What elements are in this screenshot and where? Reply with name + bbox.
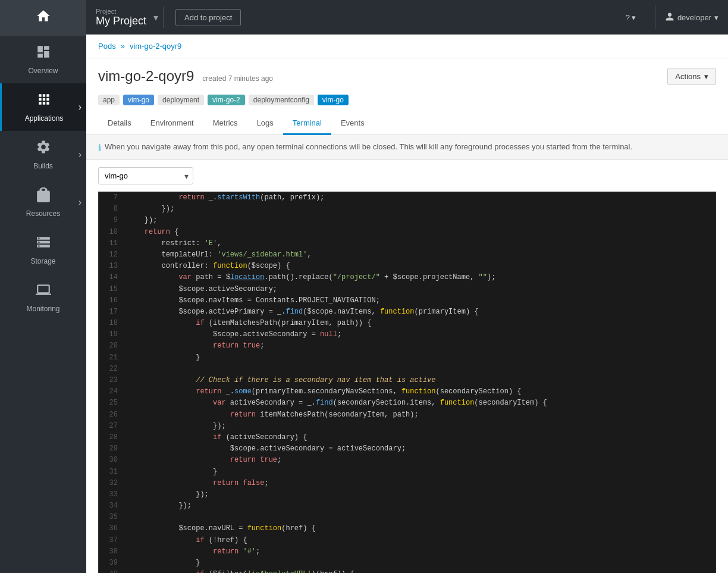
sidebar-item-applications[interactable]: Applications (0, 83, 86, 131)
pod-tags: app vim-go deployment vim-go-2 deploymen… (86, 90, 728, 112)
terminal-line: 16 $scope.navItems = Constants.PROJECT_N… (99, 295, 716, 306)
overview-icon (36, 44, 51, 63)
topnav: Project My Project ▾ Add to project ? ▾ … (86, 0, 728, 35)
user-dropdown-arrow: ▾ (714, 13, 718, 22)
terminal-line: 31 } (99, 466, 716, 478)
sidebar-item-home[interactable] (0, 0, 86, 36)
builds-icon (36, 139, 51, 158)
actions-button[interactable]: Actions ▾ (667, 68, 716, 85)
breadcrumb: Pods » vim-go-2-qoyr9 (86, 35, 728, 58)
topnav-help[interactable]: ? ▾ (626, 13, 636, 22)
help-arrow: ▾ (632, 13, 636, 22)
terminal-line: 18 if (itemMatchesPath(primaryItem, path… (99, 318, 716, 329)
tag-vim-go-3: vim-go (318, 95, 349, 105)
tab-details[interactable]: Details (98, 112, 141, 135)
tab-environment[interactable]: Environment (141, 112, 203, 135)
pod-title: vim-go-2-qoyr9 (98, 68, 194, 84)
breadcrumb-separator: » (121, 42, 125, 51)
tab-logs[interactable]: Logs (247, 112, 283, 135)
terminal[interactable]: 7 return _.startsWith(path, prefix); 8 }… (99, 192, 716, 573)
terminal-line: 8 }); (99, 203, 716, 215)
home-icon (36, 8, 51, 27)
terminal-line: 13 controller: function($scope) { (99, 261, 716, 272)
project-dropdown-button[interactable]: ▾ (151, 10, 161, 26)
info-icon: ℹ (98, 143, 101, 152)
terminal-line: 37 if (!href) { (99, 535, 716, 546)
pod-title-group: vim-go-2-qoyr9 created 7 minutes ago (98, 68, 273, 84)
terminal-line: 22 (99, 364, 716, 375)
content-area: Pods » vim-go-2-qoyr9 vim-go-2-qoyr9 cre… (86, 35, 728, 573)
applications-icon (36, 92, 52, 111)
sidebar-item-label: Monitoring (26, 305, 59, 313)
sidebar-item-label: Builds (33, 162, 53, 170)
tag-deploymentconfig: deploymentconfig (249, 95, 314, 105)
terminal-line: 30 return true; (99, 455, 716, 466)
actions-arrow-icon: ▾ (704, 72, 708, 81)
sidebar-item-label: Resources (26, 209, 60, 218)
tag-vim-go-2: vim-go-2 (208, 95, 245, 105)
terminal-line: 12 templateUrl: 'views/_sidebar.html', (99, 249, 716, 261)
tab-metrics[interactable]: Metrics (203, 112, 247, 135)
terminal-line: 7 return _.startsWith(path, prefix); (99, 192, 716, 203)
info-message: When you navigate away from this pod, an… (105, 142, 632, 151)
topnav-user[interactable]: developer ▾ (665, 12, 718, 23)
sidebar-item-monitoring[interactable]: Monitoring (0, 274, 86, 321)
tag-deployment: deployment (158, 95, 204, 105)
info-bar: ℹ When you navigate away from this pod, … (86, 135, 728, 160)
sidebar-item-overview[interactable]: Overview (0, 36, 86, 83)
actions-label: Actions (675, 72, 701, 81)
terminal-line: 14 var path = $location.path().replace("… (99, 272, 716, 283)
terminal-line: 36 $scope.navURL = function(href) { (99, 523, 716, 534)
pod-header: vim-go-2-qoyr9 created 7 minutes ago Act… (86, 58, 728, 90)
terminal-line: 24 return _.some(primaryItem.secondaryNa… (99, 386, 716, 397)
monitoring-icon (36, 282, 51, 301)
tab-events[interactable]: Events (331, 112, 374, 135)
topnav-project-name: My Project (96, 15, 146, 27)
terminal-line: 20 return true; (99, 340, 716, 352)
breadcrumb-current: vim-go-2-qoyr9 (130, 42, 181, 51)
sidebar-item-resources[interactable]: Resources (0, 179, 86, 226)
sidebar-item-label: Storage (30, 257, 55, 265)
terminal-line: 34 }); (99, 500, 716, 512)
terminal-line: 21 } (99, 352, 716, 364)
sidebar-item-builds[interactable]: Builds (0, 131, 86, 179)
terminal-line: 17 $scope.activePrimary = _.find($scope.… (99, 306, 716, 318)
topnav-divider (163, 7, 164, 28)
sidebar-item-storage[interactable]: Storage (0, 226, 86, 274)
sidebar-item-label: Applications (25, 114, 64, 123)
container-select-wrapper: vim-go (98, 167, 193, 184)
terminal-line: 32 return false; (99, 478, 716, 489)
tag-vim-go-1: vim-go (123, 95, 154, 105)
topnav-user-divider (655, 5, 655, 29)
tabs: Details Environment Metrics Logs Termina… (86, 112, 728, 135)
sidebar-item-label: Overview (28, 67, 58, 75)
terminal-line: 29 $scope.activeSecondary = activeSecond… (99, 443, 716, 455)
container-dropdown[interactable]: vim-go (98, 167, 193, 184)
main-wrapper: Project My Project ▾ Add to project ? ▾ … (86, 0, 728, 573)
container-selector: vim-go (86, 160, 728, 192)
terminal-line: 19 $scope.activeSecondary = null; (99, 329, 716, 340)
terminal-line: 26 return itemMatchesPath(secondaryItem,… (99, 409, 716, 421)
terminal-line: 15 $scope.activeSecondary; (99, 284, 716, 295)
topnav-project-label: Project (96, 8, 146, 15)
terminal-line: 27 }); (99, 421, 716, 432)
topnav-user-label: developer (677, 13, 711, 22)
add-to-project-button[interactable]: Add to project (175, 9, 241, 26)
terminal-line: 28 if (activeSecondary) { (99, 432, 716, 443)
terminal-line: 40 if ($filter('isAbsoluteURL')(href)) { (99, 569, 716, 573)
terminal-line: 25 var activeSecondary = _.find(secondar… (99, 397, 716, 409)
help-icon: ? (626, 13, 630, 22)
terminal-line: 35 (99, 512, 716, 523)
terminal-line: 10 return { (99, 227, 716, 238)
tab-terminal[interactable]: Terminal (283, 112, 331, 135)
terminal-line: 39 } (99, 558, 716, 569)
breadcrumb-pods[interactable]: Pods (98, 42, 116, 51)
resources-icon (36, 187, 51, 206)
terminal-wrapper: 7 return _.startsWith(path, prefix); 8 }… (98, 192, 716, 573)
pod-created: created 7 minutes ago (202, 74, 273, 83)
terminal-line: 11 restrict: 'E', (99, 238, 716, 249)
user-icon (665, 12, 674, 23)
sidebar: Overview Applications Builds Resources S… (0, 0, 86, 573)
storage-icon (36, 234, 51, 253)
terminal-line: 38 return '#'; (99, 546, 716, 558)
